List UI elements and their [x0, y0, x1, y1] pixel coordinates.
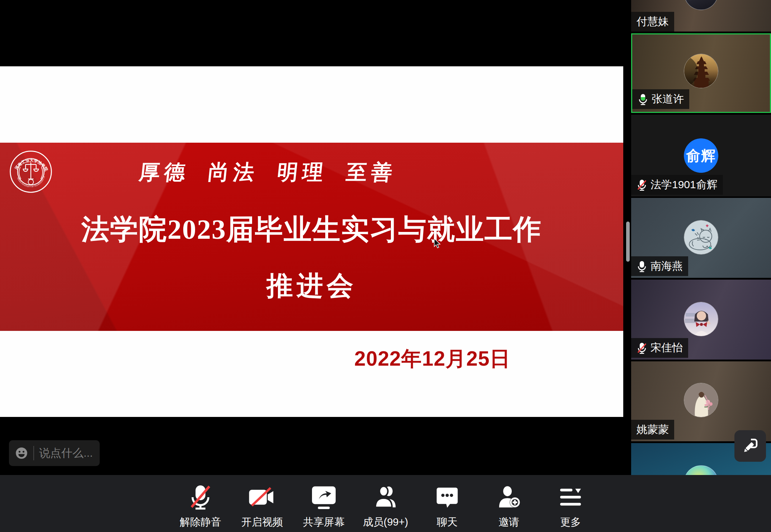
more-button[interactable]: 更多: [544, 483, 597, 529]
members-button[interactable]: 成员(99+): [359, 483, 412, 529]
members-label: 成员(99+): [363, 515, 408, 529]
participant-name: 姚蒙蒙: [637, 422, 669, 437]
avatar: [684, 220, 718, 255]
chat-input-placeholder: 说点什么...: [39, 446, 93, 461]
chat-icon: [436, 486, 459, 509]
mic-on-icon: [638, 94, 648, 105]
invite-button[interactable]: 邀请: [482, 483, 536, 529]
avatar: [684, 383, 718, 417]
annotate-button[interactable]: [734, 430, 766, 462]
avatar: [684, 54, 718, 88]
share-screen-button[interactable]: 共享屏幕: [297, 483, 351, 529]
participant-name-tag: 付慧妹: [631, 12, 674, 32]
participant-name-tag: 法学1901俞辉: [631, 175, 723, 195]
invite-label: 邀请: [498, 515, 519, 529]
scales-of-justice-glyph: [23, 162, 39, 179]
mic-on-icon: [637, 261, 647, 272]
control-toolbar: 解除静音 开启视频 共享屏幕: [0, 475, 771, 532]
avatar: [684, 302, 718, 336]
participant-name-tag: 南海燕: [631, 256, 688, 276]
slide-date: 2022年12月25日: [354, 345, 511, 373]
participant-name: 宋佳怡: [651, 341, 683, 355]
shared-screen-slide: 河南工业大学法学院 HENAN UNIVERSITY OF TECHNOLOGY…: [0, 66, 623, 417]
participant-tile[interactable]: 姚蒙蒙: [631, 361, 771, 441]
emoji-icon[interactable]: [15, 446, 28, 460]
share-screen-label: 共享屏幕: [303, 515, 345, 529]
illustration-avatar-image: [684, 383, 718, 417]
main-scrollbar-thumb[interactable]: [626, 222, 630, 262]
girl-avatar-image: [684, 302, 718, 336]
slide-title-line2: 推进会: [0, 268, 623, 304]
slide-title-line1: 法学院2023届毕业生实习与就业工作: [0, 211, 623, 248]
participant-tile[interactable]: 付慧妹: [631, 0, 771, 32]
camera-off-icon: [248, 485, 276, 509]
participant-tile[interactable]: 俞辉 法学1901俞辉: [631, 115, 771, 196]
avatar-text: 俞辉: [686, 146, 716, 166]
start-video-label: 开启视频: [241, 515, 283, 529]
start-video-button[interactable]: 开启视频: [235, 483, 289, 529]
participant-tile[interactable]: 宋佳怡: [631, 280, 771, 360]
participant-name-tag: 张道许: [632, 89, 689, 109]
share-screen-icon: [311, 485, 337, 509]
chat-label: 聊天: [437, 515, 458, 529]
participant-name-tag: 姚蒙蒙: [631, 420, 674, 440]
mouse-cursor: [432, 238, 442, 249]
avatar: [684, 0, 718, 10]
slide-red-banner: 河南工业大学法学院 HENAN UNIVERSITY OF TECHNOLOGY…: [0, 143, 623, 331]
unmute-button[interactable]: 解除静音: [174, 483, 227, 529]
participant-name: 付慧妹: [637, 14, 669, 29]
mic-muted-icon: [637, 342, 647, 354]
mic-muted-icon: [637, 179, 647, 191]
meeting-window: 河南工业大学法学院 HENAN UNIVERSITY OF TECHNOLOGY…: [0, 0, 771, 532]
participant-tile[interactable]: 南海燕: [631, 198, 771, 278]
slide-motto: 厚德 尚法 明理 至善: [138, 158, 341, 186]
participant-tile-active-speaker[interactable]: 张道许: [631, 33, 771, 113]
cat-avatar-image: [684, 220, 718, 255]
chat-quick-input[interactable]: 说点什么...: [9, 440, 100, 466]
more-label: 更多: [560, 515, 581, 529]
more-icon: [559, 487, 582, 508]
pencil-icon: [741, 437, 760, 455]
participant-name-tag: 宋佳怡: [631, 338, 688, 358]
avatar-initials: 俞辉: [684, 138, 718, 173]
unmute-label: 解除静音: [180, 515, 221, 529]
participant-name: 南海燕: [651, 259, 683, 274]
participant-name: 张道许: [652, 92, 684, 106]
invite-icon: [496, 485, 521, 509]
pagoda-avatar-image: [684, 54, 718, 88]
participant-name: 法学1901俞辉: [651, 177, 718, 192]
globe-avatar-image: [684, 465, 718, 475]
members-icon: [373, 485, 398, 509]
university-logo: 河南工业大学法学院 HENAN UNIVERSITY OF TECHNOLOGY…: [9, 150, 53, 194]
mic-muted-icon: [189, 484, 212, 510]
chat-button[interactable]: 聊天: [420, 483, 474, 529]
divider: [33, 446, 34, 460]
